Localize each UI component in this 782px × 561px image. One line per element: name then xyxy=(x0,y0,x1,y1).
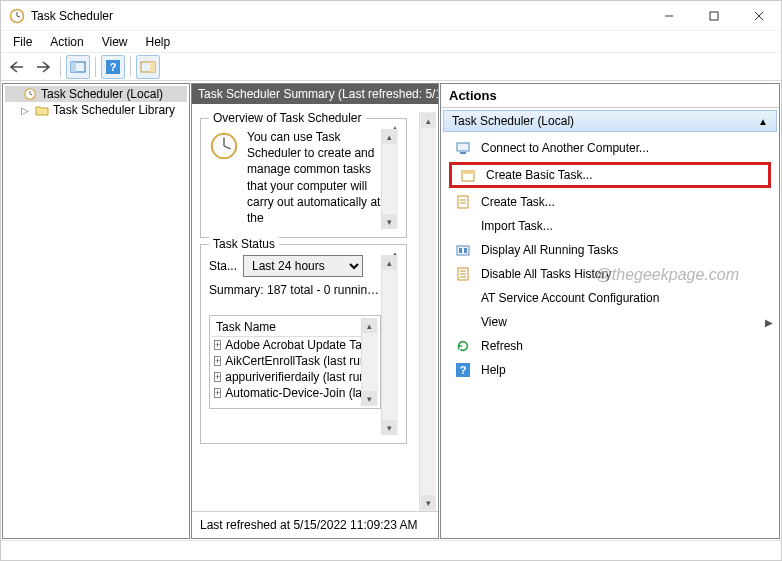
refresh-icon xyxy=(455,338,471,354)
svg-rect-8 xyxy=(71,62,76,72)
expand-icon[interactable]: ▷ xyxy=(19,105,31,116)
minimize-button[interactable] xyxy=(646,1,691,30)
actions-pane: Actions Task Scheduler (Local) ▲ Connect… xyxy=(440,83,780,539)
svg-rect-26 xyxy=(457,246,469,255)
help-toolbar-button[interactable]: ? xyxy=(101,55,125,79)
summary-statusbar: Last refreshed at 5/15/2022 11:09:23 AM xyxy=(192,511,438,538)
status-period-label: Sta... xyxy=(209,259,237,273)
computer-icon xyxy=(455,140,471,156)
task-row[interactable]: +appuriverifierdaily (last run xyxy=(212,369,361,385)
menubar: File Action View Help xyxy=(1,31,781,53)
tree-child-label: Task Scheduler Library xyxy=(53,103,175,117)
actions-group-header[interactable]: Task Scheduler (Local) ▲ xyxy=(443,110,777,132)
svg-rect-23 xyxy=(458,196,468,208)
action-view[interactable]: View ▶ xyxy=(441,310,779,334)
forward-button[interactable] xyxy=(31,55,55,79)
blank-icon xyxy=(455,290,471,306)
help-icon: ? xyxy=(455,362,471,378)
task-status-groupbox: Task Status ▲ Sta... Last 24 hours Summa… xyxy=(200,244,407,444)
action-label: Display All Running Tasks xyxy=(481,243,618,257)
window-title: Task Scheduler xyxy=(31,9,113,23)
show-hide-tree-button[interactable] xyxy=(66,55,90,79)
task-row-label: appuriverifierdaily (last run xyxy=(225,370,361,384)
summary-header: Task Scheduler Summary (Last refreshed: … xyxy=(192,84,438,104)
menu-file[interactable]: File xyxy=(5,33,40,51)
actions-group-label: Task Scheduler (Local) xyxy=(452,114,574,128)
history-icon xyxy=(455,266,471,282)
svg-text:?: ? xyxy=(110,61,117,73)
maximize-button[interactable] xyxy=(691,1,736,30)
svg-rect-28 xyxy=(464,248,467,253)
action-at-service[interactable]: AT Service Account Configuration xyxy=(441,286,779,310)
action-refresh[interactable]: Refresh xyxy=(441,334,779,358)
console-tree[interactable]: Task Scheduler (Local) ▷ Task Scheduler … xyxy=(2,83,190,539)
body: Task Scheduler (Local) ▷ Task Scheduler … xyxy=(1,81,781,540)
action-import-task[interactable]: Import Task... xyxy=(441,214,779,238)
task-status-title: Task Status xyxy=(209,237,279,251)
import-icon xyxy=(455,218,471,234)
app-clock-icon xyxy=(23,87,37,101)
action-connect[interactable]: Connect to Another Computer... xyxy=(441,136,779,160)
status-summary: Summary: 187 total - 0 running,... xyxy=(209,283,381,297)
svg-rect-20 xyxy=(460,152,466,154)
task-row[interactable]: +Automatic-Device-Join (las xyxy=(212,385,361,401)
scrollbar[interactable]: ▴▾ xyxy=(361,318,378,406)
action-create-task[interactable]: Create Task... xyxy=(441,190,779,214)
task-scheduler-window: Task Scheduler File Action View Help ? T… xyxy=(0,0,782,561)
action-label: Connect to Another Computer... xyxy=(481,141,649,155)
action-help[interactable]: ? Help xyxy=(441,358,779,382)
pane-scrollbar[interactable]: ▴▾ xyxy=(419,112,436,511)
svg-rect-12 xyxy=(150,62,155,72)
show-hide-action-pane-button[interactable] xyxy=(136,55,160,79)
expand-plus-icon[interactable]: + xyxy=(214,340,221,350)
actions-list: Connect to Another Computer... Create Ba… xyxy=(441,134,779,384)
task-row[interactable]: +AikCertEnrollTask (last run xyxy=(212,353,361,369)
wizard-icon xyxy=(460,167,476,183)
tree-root-label: Task Scheduler (Local) xyxy=(41,87,163,101)
action-label: Help xyxy=(481,363,506,377)
titlebar: Task Scheduler xyxy=(1,1,781,31)
expand-plus-icon[interactable]: + xyxy=(214,356,221,366)
svg-text:?: ? xyxy=(460,364,467,376)
expand-plus-icon[interactable]: + xyxy=(214,388,221,398)
task-row-label: Automatic-Device-Join (las xyxy=(225,386,361,400)
folder-icon xyxy=(35,104,49,116)
action-label: AT Service Account Configuration xyxy=(481,291,659,305)
close-button[interactable] xyxy=(736,1,781,30)
svg-rect-19 xyxy=(457,143,469,151)
window-statusbar xyxy=(1,540,781,560)
overview-title: Overview of Task Scheduler xyxy=(209,111,366,125)
expand-plus-icon[interactable]: + xyxy=(214,372,221,382)
scrollbar[interactable]: ▴▾ xyxy=(381,255,398,435)
actions-header: Actions xyxy=(441,84,779,108)
app-clock-icon xyxy=(9,8,25,24)
running-tasks-icon xyxy=(455,242,471,258)
svg-rect-4 xyxy=(710,12,718,20)
action-create-basic-task[interactable]: Create Basic Task... xyxy=(449,162,771,188)
tasklist-header[interactable]: Task Name xyxy=(212,318,361,337)
back-button[interactable] xyxy=(5,55,29,79)
menu-action[interactable]: Action xyxy=(42,33,91,51)
action-label: Import Task... xyxy=(481,219,553,233)
action-label: Disable All Tasks History xyxy=(481,267,612,281)
collapse-chevron-icon[interactable]: ▲ xyxy=(758,116,768,127)
tree-root-item[interactable]: Task Scheduler (Local) xyxy=(5,86,187,102)
action-label: Create Basic Task... xyxy=(486,168,593,182)
action-label: Create Task... xyxy=(481,195,555,209)
tree-child-item[interactable]: ▷ Task Scheduler Library xyxy=(5,102,187,118)
task-row-label: AikCertEnrollTask (last run xyxy=(225,354,361,368)
task-row[interactable]: +Adobe Acrobat Update Tas xyxy=(212,337,361,353)
menu-view[interactable]: View xyxy=(94,33,136,51)
scrollbar[interactable]: ▴▾ xyxy=(381,129,398,229)
task-row-label: Adobe Acrobat Update Tas xyxy=(225,338,361,352)
status-period-select[interactable]: Last 24 hours xyxy=(243,255,363,277)
task-icon xyxy=(455,194,471,210)
svg-rect-22 xyxy=(462,171,474,174)
overview-groupbox: Overview of Task Scheduler ▲ You can use… xyxy=(200,118,407,238)
task-list[interactable]: Task Name +Adobe Acrobat Update Tas +Aik… xyxy=(209,315,381,409)
toolbar: ? xyxy=(1,53,781,81)
action-display-running[interactable]: Display All Running Tasks xyxy=(441,238,779,262)
menu-help[interactable]: Help xyxy=(138,33,179,51)
action-disable-history[interactable]: Disable All Tasks History xyxy=(441,262,779,286)
summary-pane: Task Scheduler Summary (Last refreshed: … xyxy=(191,83,439,539)
